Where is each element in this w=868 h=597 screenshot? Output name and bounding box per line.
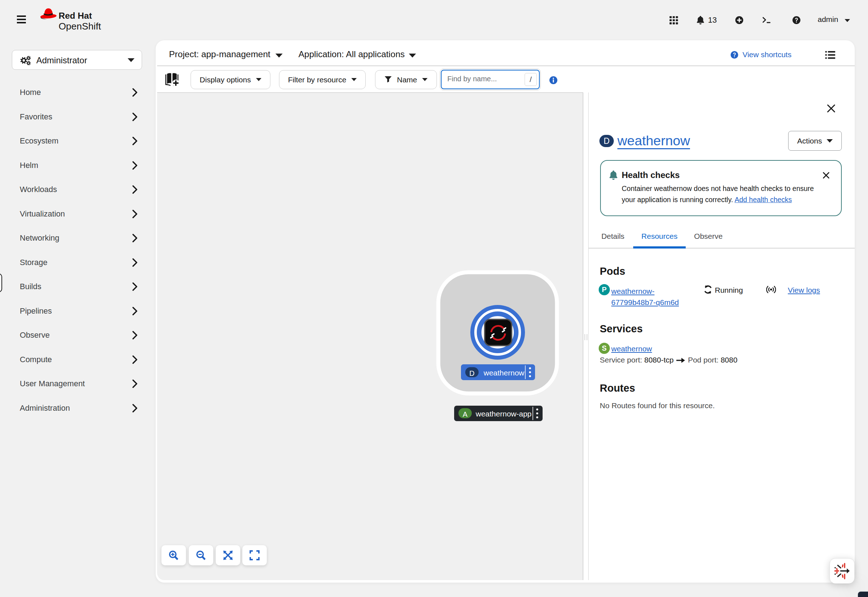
svg-text:weathernow: weathernow: [483, 368, 525, 377]
svg-text:weathernow-app: weathernow-app: [475, 410, 531, 418]
svg-text:D: D: [469, 369, 474, 377]
svg-text:A: A: [463, 410, 468, 418]
